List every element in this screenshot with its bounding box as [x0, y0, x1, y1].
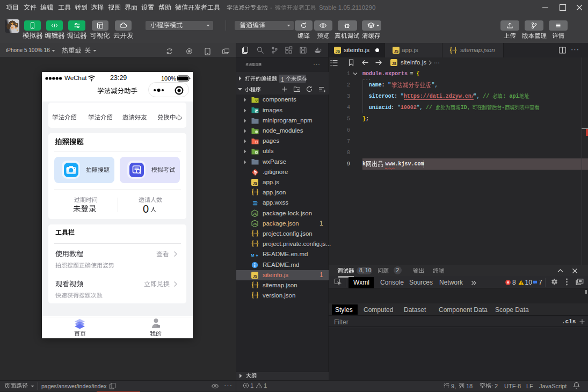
svg-text:JS: JS [253, 212, 257, 215]
svg-text:JS: JS [392, 62, 397, 66]
svg-text:JS: JS [253, 222, 257, 226]
svg-text:JS: JS [253, 274, 258, 278]
svg-text:JS: JS [253, 182, 258, 185]
svg-text:JS: JS [394, 49, 399, 53]
svg-text:M: M [251, 252, 255, 257]
svg-text:JS: JS [336, 49, 340, 53]
